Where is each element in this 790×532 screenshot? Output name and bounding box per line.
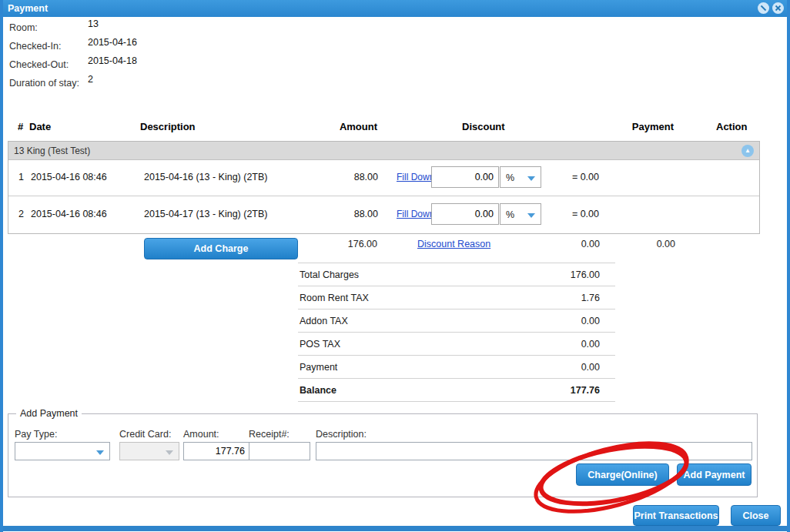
- column-header-discount: Discount: [462, 121, 505, 132]
- amount-input[interactable]: [183, 442, 249, 460]
- total-label: Payment: [300, 362, 337, 373]
- description-label: Description:: [316, 429, 367, 440]
- collapse-up-icon[interactable]: ▲: [741, 145, 754, 157]
- row-number: 1: [18, 172, 24, 182]
- total-value: 177.76: [571, 385, 600, 396]
- dialog-bottom-border: [0, 526, 790, 531]
- close-button[interactable]: Close: [731, 505, 781, 526]
- add-payment-section: Add Payment Pay Type: Credit Card: Amoun…: [8, 413, 758, 497]
- totals-section: Total Charges 176.00 Room Rent TAX 1.76 …: [298, 263, 615, 402]
- total-label: Balance: [300, 385, 336, 396]
- discount-amount-input[interactable]: [431, 166, 499, 188]
- credit-card-select: [119, 442, 179, 460]
- checked-out-value: 2015-04-18: [88, 55, 137, 66]
- info-row-duration: Duration of stay: 2: [9, 75, 317, 90]
- add-payment-button[interactable]: Add Payment: [677, 463, 752, 486]
- column-header-payment: Payment: [597, 121, 674, 132]
- total-row-total-charges: Total Charges 176.00: [298, 263, 615, 286]
- column-header-action: Action: [716, 121, 747, 132]
- payment-total: 0.00: [594, 239, 675, 249]
- amount-total: 176.00: [296, 239, 377, 249]
- column-header-amount: Amount: [300, 121, 377, 132]
- group-header-title: 13 King (Test Test): [14, 146, 90, 156]
- duration-value: 2: [88, 74, 93, 85]
- discount-result: = 0.00: [532, 209, 599, 219]
- row-date: 2015-04-16 08:46: [31, 209, 107, 219]
- room-label: Room:: [9, 22, 38, 33]
- chevron-down-icon: [166, 450, 173, 455]
- fill-down-link[interactable]: Fill Down: [397, 172, 434, 182]
- column-header-date: Date: [29, 121, 51, 132]
- charge-online-button[interactable]: Charge(Online): [576, 463, 669, 486]
- add-charge-button[interactable]: Add Charge: [144, 238, 298, 259]
- charge-row-2: 2 2015-04-16 08:46 2015-04-17 (13 - King…: [8, 197, 759, 233]
- discount-result: = 0.00: [532, 172, 599, 182]
- column-header-num: #: [18, 121, 23, 132]
- payment-dialog: Payment Room: 13 Checked-In: 2015-04-16 …: [0, 0, 790, 532]
- row-amount: 88.00: [286, 209, 378, 219]
- info-row-checked-out: Checked-Out: 2015-04-18: [9, 56, 317, 72]
- discount-unit-value: %: [506, 172, 514, 183]
- discount-unit-value: %: [506, 209, 514, 220]
- receipt-label: Receipt#:: [249, 429, 290, 440]
- total-row-payment: Payment 0.00: [298, 355, 615, 378]
- total-value: 176.00: [571, 269, 600, 280]
- discount-amount-input[interactable]: [431, 203, 499, 225]
- close-icon[interactable]: [772, 2, 784, 14]
- credit-card-label: Credit Card:: [119, 429, 171, 440]
- total-value: 0.00: [581, 339, 600, 350]
- group-header-row[interactable]: 13 King (Test Test) ▲: [8, 142, 759, 160]
- column-header-description: Description: [140, 121, 196, 132]
- fill-down-link[interactable]: Fill Down: [397, 209, 434, 219]
- total-label: Total Charges: [300, 269, 359, 280]
- total-label: POS TAX: [300, 339, 340, 350]
- amount-label: Amount:: [183, 429, 219, 440]
- total-row-balance: Balance 177.76: [298, 378, 615, 401]
- row-date: 2015-04-16 08:46: [31, 172, 107, 182]
- receipt-input[interactable]: [249, 442, 310, 460]
- chevron-down-icon: [96, 450, 104, 455]
- dialog-title: Payment: [8, 3, 48, 14]
- row-description: 2015-04-16 (13 - King) (2TB): [144, 172, 268, 182]
- total-value: 0.00: [581, 362, 600, 373]
- total-row-pos-tax: POS TAX 0.00: [298, 332, 615, 355]
- print-transactions-button[interactable]: Print Transactions: [633, 505, 719, 526]
- row-amount: 88.00: [286, 172, 378, 182]
- total-label: Room Rent TAX: [300, 293, 369, 303]
- total-value: 1.76: [581, 293, 600, 303]
- checked-in-label: Checked-In:: [9, 41, 61, 52]
- pay-type-select[interactable]: [15, 442, 110, 460]
- charge-row-1: 1 2015-04-16 08:46 2015-04-16 (13 - King…: [8, 160, 759, 196]
- checked-in-value: 2015-04-16: [88, 37, 137, 48]
- total-row-room-rent-tax: Room Rent TAX 1.76: [298, 286, 615, 309]
- total-value: 0.00: [581, 316, 600, 326]
- restore-icon[interactable]: [758, 2, 769, 14]
- titlebar: Payment: [0, 0, 790, 17]
- checked-out-label: Checked-Out:: [9, 59, 69, 70]
- add-payment-legend: Add Payment: [16, 408, 82, 419]
- duration-label: Duration of stay:: [9, 78, 79, 89]
- pay-type-label: Pay Type:: [15, 429, 57, 440]
- total-label: Addon TAX: [300, 316, 348, 326]
- charges-table: 13 King (Test Test) ▲ 1 2015-04-16 08:46…: [8, 141, 760, 234]
- total-row-addon-tax: Addon TAX 0.00: [298, 309, 615, 332]
- description-input[interactable]: [316, 442, 752, 460]
- info-row-room: Room: 13: [9, 19, 317, 35]
- info-row-checked-in: Checked-In: 2015-04-16: [9, 38, 317, 53]
- room-value: 13: [88, 18, 99, 29]
- discount-reason-link[interactable]: Discount Reason: [417, 239, 490, 249]
- discount-total: 0.00: [518, 239, 600, 249]
- row-number: 2: [18, 209, 24, 219]
- row-description: 2015-04-17 (13 - King) (2TB): [144, 209, 268, 219]
